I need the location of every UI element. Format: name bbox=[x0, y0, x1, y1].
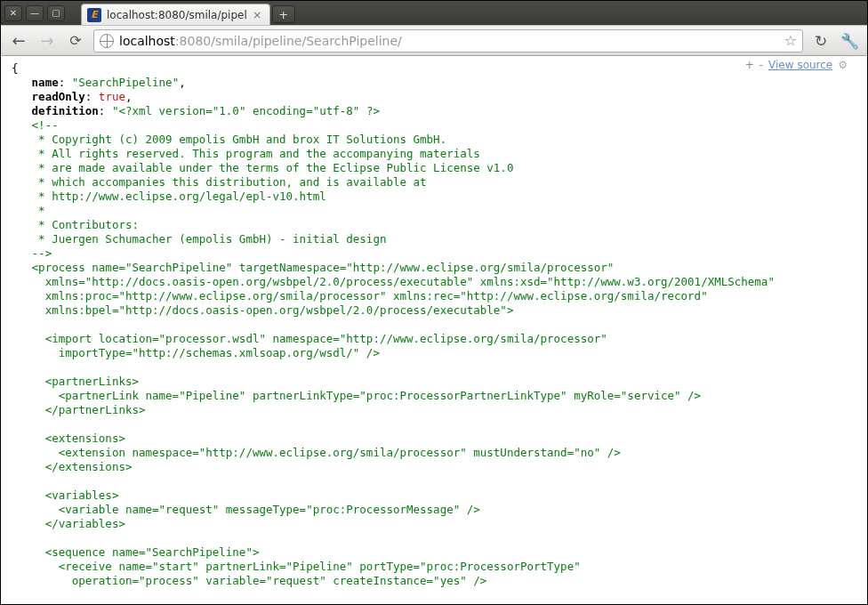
window-controls: ✕ — ▢ bbox=[1, 1, 81, 25]
json-body: { name: "SearchPipeline", readOnly: true… bbox=[1, 56, 867, 604]
wrench-menu-icon[interactable]: 🔧 bbox=[839, 32, 860, 50]
browser-toolbar: ← → ⟳ localhost:8080/smila/pipeline/Sear… bbox=[1, 25, 867, 56]
reload-button[interactable]: ⟳ bbox=[65, 30, 86, 52]
page-content[interactable]: + - View source ⚙ { name: "SearchPipelin… bbox=[1, 56, 867, 604]
window-close-button[interactable]: ✕ bbox=[4, 5, 22, 21]
tab-close-icon[interactable]: × bbox=[253, 8, 262, 21]
bookmark-star-icon[interactable]: ☆ bbox=[784, 32, 797, 49]
browser-window: ✕ — ▢ E localhost:8080/smila/pipel × + ←… bbox=[0, 0, 868, 605]
address-bar[interactable]: localhost:8080/smila/pipeline/SearchPipe… bbox=[93, 29, 803, 52]
back-button[interactable]: ← bbox=[8, 30, 29, 52]
window-minimize-button[interactable]: — bbox=[26, 5, 44, 21]
window-maximize-button[interactable]: ▢ bbox=[47, 5, 65, 21]
tab-favicon: E bbox=[87, 8, 101, 22]
new-tab-button[interactable]: + bbox=[272, 5, 295, 23]
url-host: localhost bbox=[119, 34, 175, 48]
expand-all-button[interactable]: + bbox=[745, 59, 754, 71]
tab-title: localhost:8080/smila/pipel bbox=[107, 9, 247, 21]
view-source-link[interactable]: View source bbox=[768, 59, 832, 71]
extension-icon[interactable]: ↻ bbox=[810, 32, 832, 50]
json-viewer-toolbar: + - View source ⚙ bbox=[742, 58, 851, 72]
collapse-all-button[interactable]: - bbox=[760, 59, 763, 71]
globe-icon bbox=[100, 34, 114, 48]
json-settings-icon[interactable]: ⚙ bbox=[838, 59, 848, 71]
browser-tab[interactable]: E localhost:8080/smila/pipel × bbox=[81, 4, 270, 25]
url-text: localhost:8080/smila/pipeline/SearchPipe… bbox=[119, 34, 402, 48]
forward-button: → bbox=[36, 30, 58, 52]
url-path: :8080/smila/pipeline/SearchPipeline/ bbox=[175, 34, 402, 48]
window-header: ✕ — ▢ E localhost:8080/smila/pipel × + bbox=[1, 1, 867, 25]
